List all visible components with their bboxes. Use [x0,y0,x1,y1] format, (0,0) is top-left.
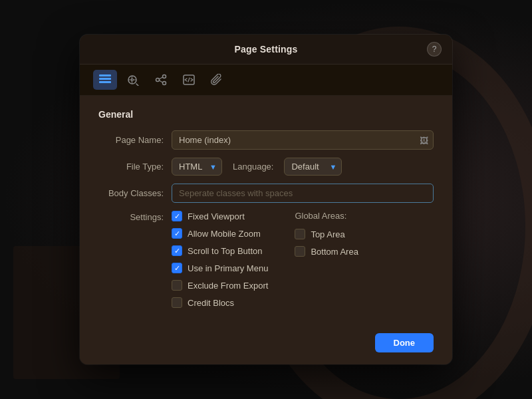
tab-layout[interactable] [93,70,117,90]
checkbox-allow-mobile-zoom-label: Allow Mobile Zoom [188,229,261,239]
modal-titlebar: Page Settings ? [80,35,452,65]
page-settings-modal: Page Settings ? [80,35,452,364]
language-select-wrapper: Default English French German ▼ [284,158,342,176]
page-name-label: Page Name: [98,135,172,145]
svg-line-12 [188,78,190,82]
svg-point-8 [163,82,166,85]
page-name-row: Page Name: 🖼 [98,130,434,150]
settings-columns: ✓ Fixed Viewport ✓ Allow Mobile Zoom ✓ S… [172,211,434,308]
svg-line-10 [160,80,163,82]
checkbox-exclude-export[interactable]: ✓ Exclude From Export [172,280,268,291]
checkbox-credit-blocs-box[interactable]: ✓ [172,297,182,308]
checkbox-exclude-export-label: Exclude From Export [188,281,268,291]
svg-rect-2 [99,81,111,83]
file-type-select-wrapper: HTML PHP ASP ▼ [172,158,222,176]
tab-code[interactable] [177,70,201,90]
checkbox-fixed-viewport-box[interactable]: ✓ [172,211,182,221]
tab-share[interactable] [149,70,173,90]
svg-point-6 [163,75,166,78]
language-select[interactable]: Default English French German [284,158,342,176]
checkbox-allow-mobile-zoom[interactable]: ✓ Allow Mobile Zoom [172,228,268,239]
language-label: Language: [233,162,273,172]
body-classes-row: Body Classes: [98,184,434,203]
global-areas-title: Global Areas: [295,211,358,221]
svg-line-4 [136,84,139,86]
tab-attachments[interactable] [205,70,229,90]
svg-line-9 [160,77,163,79]
page-name-input-wrapper: 🖼 [172,130,434,150]
checkbox-scroll-to-top[interactable]: ✓ Scroll to Top Button [172,245,268,256]
modal-title: Page Settings [234,44,297,55]
checkbox-use-primary-menu[interactable]: ✓ Use in Primary Menu [172,263,268,273]
checkbox-scroll-to-top-label: Scroll to Top Button [188,246,263,256]
checkbox-bottom-area-label: Bottom Area [311,247,358,257]
checkbox-credit-blocs[interactable]: ✓ Credit Blocs [172,297,268,308]
checkbox-bottom-area[interactable]: ✓ Bottom Area [295,246,358,257]
svg-rect-0 [99,74,111,76]
checkbox-credit-blocs-label: Credit Blocs [188,298,234,308]
body-classes-input[interactable] [172,184,434,203]
checkbox-use-primary-menu-box[interactable]: ✓ [172,263,182,273]
file-type-select[interactable]: HTML PHP ASP [172,158,222,176]
page-name-icon: 🖼 [420,135,428,145]
general-section-title: General [98,109,434,120]
settings-label: Settings: [98,211,172,222]
checkbox-allow-mobile-zoom-box[interactable]: ✓ [172,228,182,239]
file-type-label: File Type: [98,162,172,172]
checkbox-bottom-area-box[interactable]: ✓ [295,246,305,257]
checkbox-top-area-label: Top Area [311,229,344,239]
checkbox-fixed-viewport-label: Fixed Viewport [188,211,245,221]
global-areas-col: Global Areas: ✓ Top Area ✓ Bottom Area [295,211,358,308]
checkbox-fixed-viewport[interactable]: ✓ Fixed Viewport [172,211,268,221]
svg-point-7 [156,78,160,82]
checkboxes-list: ✓ Fixed Viewport ✓ Allow Mobile Zoom ✓ S… [172,211,268,308]
modal-tabs [80,65,452,96]
file-type-row: File Type: HTML PHP ASP ▼ Language: Defa… [98,158,434,176]
checkbox-top-area-box[interactable]: ✓ [295,229,305,239]
modal-body: General Page Name: 🖼 File Type: HTML PHP… [80,96,452,324]
page-name-input[interactable] [172,130,434,150]
help-button[interactable]: ? [427,42,442,57]
checkbox-use-primary-menu-label: Use in Primary Menu [188,263,268,273]
body-classes-label: Body Classes: [98,188,172,198]
svg-rect-1 [99,78,111,80]
file-type-controls: HTML PHP ASP ▼ Language: Default English… [172,158,342,176]
tab-seo[interactable] [121,70,145,90]
checkbox-scroll-to-top-box[interactable]: ✓ [172,245,182,256]
checkbox-top-area[interactable]: ✓ Top Area [295,229,358,239]
done-button[interactable]: Done [375,333,434,352]
modal-footer: Done [80,324,452,364]
settings-row: Settings: ✓ Fixed Viewport ✓ Allow Mobil… [98,211,434,308]
checkbox-exclude-export-box[interactable]: ✓ [172,280,182,291]
